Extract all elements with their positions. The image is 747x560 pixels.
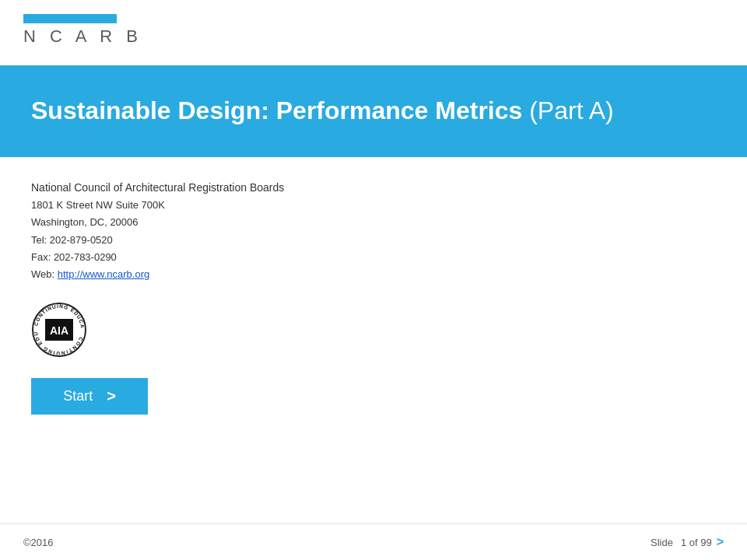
presentation-title: Sustainable Design: Performance Metrics … [31,95,716,128]
content-area: National Council of Architectural Regist… [0,157,747,430]
web-link[interactable]: http://www.ncarb.org [58,268,150,280]
header: N C A R B [0,0,747,58]
start-button[interactable]: Start > [31,378,148,415]
start-button-label: Start [63,388,93,404]
title-bold-part: Sustainable Design: Performance Metrics [31,96,522,124]
org-info: National Council of Architectural Regist… [31,179,716,283]
svg-text:AIA: AIA [50,324,68,337]
copyright: ©2016 [23,537,54,548]
ncarb-logo-text: N C A R B [23,26,724,47]
tel: Tel: 202-879-0520 [31,232,716,249]
fax: Fax: 202-783-0290 [31,249,716,266]
start-button-container: Start > [31,378,716,415]
slide-label: Slide [651,537,673,548]
org-name: National Council of Architectural Regist… [31,179,716,198]
address-line2: Washington, DC, 20006 [31,214,716,231]
title-regular-part: (Part A) [522,96,613,124]
address-line1: 1801 K Street NW Suite 700K [31,197,716,214]
web-line: Web: http://www.ncarb.org [31,266,716,283]
start-button-arrow: > [107,387,116,405]
title-banner: Sustainable Design: Performance Metrics … [0,65,747,157]
slide-counter: 1 of 99 [681,537,712,548]
next-slide-arrow[interactable]: > [717,535,724,549]
aia-logo-container: AIA CONTINUING EDUCATION CONTINUING EDUC… [31,302,716,358]
slide-navigation: Slide 1 of 99 > [651,535,724,549]
web-label: Web: [31,268,54,280]
ncarb-logo-bar [23,14,117,23]
footer: ©2016 Slide 1 of 99 > [0,523,747,560]
ncarb-logo: N C A R B [23,14,724,47]
aia-continuing-education-badge: AIA CONTINUING EDUCATION CONTINUING EDUC… [31,302,87,358]
